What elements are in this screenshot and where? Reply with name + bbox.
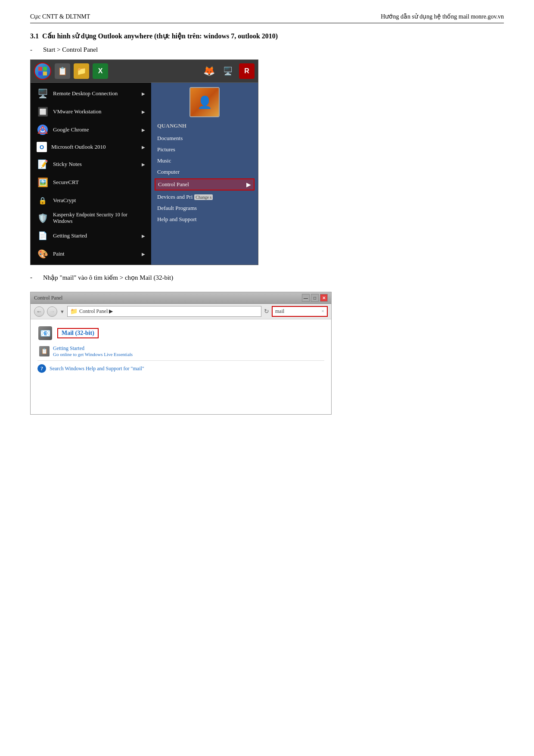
- right-item-devices[interactable]: Devices and Pri Change s: [157, 191, 252, 203]
- getting-started-texts: Getting Started Go online to get Windows…: [53, 345, 133, 357]
- rdc-arrow: ▶: [142, 91, 145, 96]
- taskbar-icon-firefox[interactable]: 🦊: [201, 63, 217, 79]
- cp-window: Control Panel — □ ✕ ← → ▼ 📁 Control Pane…: [30, 292, 332, 415]
- menu-item-rdc[interactable]: 🖥️ Remote Desktop Connection ▶: [31, 84, 151, 103]
- mail-label[interactable]: Mail (32-bit): [57, 328, 99, 338]
- getting-started-item[interactable]: 📋 Getting Started Go online to get Windo…: [37, 345, 324, 357]
- mail-icon-symbol: 📧: [40, 328, 51, 338]
- right-item-music[interactable]: Music: [157, 155, 252, 166]
- rdc-label: Remote Desktop Connection: [53, 90, 118, 97]
- right-item-computer[interactable]: Computer: [157, 166, 252, 178]
- taskbar-icon-files[interactable]: 📋: [55, 63, 70, 79]
- svg-rect-2: [38, 72, 42, 75]
- mail-icon: 📧: [38, 326, 52, 340]
- paint-icon: 🎨: [37, 248, 49, 260]
- menu-item-paint[interactable]: 🎨 Paint ▶: [31, 245, 151, 263]
- windows-logo-icon: [38, 66, 47, 76]
- maximize-button[interactable]: □: [311, 294, 319, 302]
- securecrt-icon: 🖼️: [37, 176, 49, 188]
- search-input-value: mail: [275, 308, 284, 315]
- forward-button[interactable]: →: [47, 306, 57, 317]
- outlook-arrow: ▶: [142, 145, 145, 150]
- control-panel-label: Control Panel: [158, 181, 189, 187]
- search-box[interactable]: mail ×: [272, 306, 328, 317]
- getting-started-title: Getting Started: [53, 345, 133, 352]
- back-button[interactable]: ←: [34, 306, 44, 317]
- dropdown-arrow[interactable]: ▼: [60, 309, 65, 314]
- right-item-help[interactable]: Help and Support: [157, 214, 252, 225]
- header-right: Hướng dẫn sử dụng hệ thống mail monre.go…: [381, 13, 504, 20]
- cp-titlebar: Control Panel — □ ✕: [31, 292, 331, 304]
- cp-titlebar-buttons: — □ ✕: [302, 294, 328, 302]
- minimize-button[interactable]: —: [302, 294, 310, 302]
- right-item-default-programs[interactable]: Default Programs: [157, 203, 252, 214]
- getting-started-label: Getting Started: [53, 232, 87, 239]
- refresh-button[interactable]: ↻: [264, 308, 269, 315]
- veracrypt-icon: 🔒: [37, 194, 49, 206]
- mail-item[interactable]: 📧 Mail (32-bit): [37, 325, 324, 341]
- search-help-item[interactable]: ? Search Windows Help and Support for "m…: [37, 364, 324, 373]
- rdc-icon: 🖥️: [37, 87, 49, 100]
- getting-started-icon: 📄: [37, 230, 49, 242]
- address-text: Control Panel ▶: [79, 308, 113, 315]
- menu-item-chrome[interactable]: Google Chrome ▶: [31, 121, 151, 139]
- taskbar-icon-excel[interactable]: X: [93, 63, 108, 79]
- vmware-arrow: ▶: [142, 109, 145, 114]
- user-avatar-area: 👤: [157, 87, 252, 117]
- search-clear-button[interactable]: ×: [321, 308, 324, 315]
- getting-started-cp-icon: 📋: [39, 346, 50, 356]
- avatar: 👤: [189, 87, 220, 117]
- getting-started-arrow: ▶: [142, 234, 145, 238]
- menu-item-kaspersky[interactable]: 🛡️ Kaspersky Endpoint Security 10 for Wi…: [31, 209, 151, 227]
- close-button[interactable]: ✕: [320, 294, 328, 302]
- menu-item-vmware[interactable]: 🔲 VMware Workstation ▶: [31, 103, 151, 121]
- kaspersky-icon: 🛡️: [37, 212, 49, 224]
- cp-window-title: Control Panel: [34, 295, 62, 301]
- step-2-dash: -: [30, 274, 43, 281]
- getting-started-subtitle: Go online to get Windows Live Essentials: [53, 352, 133, 357]
- control-panel-arrow: ▶: [246, 181, 251, 188]
- paint-arrow: ▶: [142, 252, 145, 256]
- menu-item-sticky[interactable]: 📝 Sticky Notes ▶: [31, 155, 151, 173]
- windows-start-button[interactable]: [34, 62, 51, 80]
- menu-item-outlook[interactable]: O Microsoft Outlook 2010 ▶: [31, 139, 151, 155]
- page: Cục CNTT & DLTNMT Hướng dẫn sử dụng hệ t…: [30, 0, 504, 445]
- chrome-label: Google Chrome: [53, 126, 89, 133]
- step-2-text: Nhập "mail" vào ô tìm kiếm > chọn Mail (…: [43, 274, 173, 281]
- avatar-image: 👤: [190, 88, 219, 116]
- chrome-arrow: ▶: [142, 128, 145, 132]
- svg-rect-3: [43, 72, 47, 75]
- taskbar-icon-remote[interactable]: 🖥️: [220, 63, 236, 79]
- paint-label: Paint: [53, 250, 65, 257]
- change-s-badge: Change s: [194, 194, 213, 200]
- section-title: 3.1 Cấu hình sử dụng Outlook anywhere (t…: [30, 32, 504, 40]
- outlook-label: Microsoft Outlook 2010: [51, 144, 106, 150]
- start-menu-top: 📋 📁 X 🦊 🖥️ R: [31, 60, 258, 83]
- right-item-control-panel[interactable]: Control Panel ▶: [155, 178, 255, 191]
- taskbar-icon-folder[interactable]: 📁: [74, 63, 89, 79]
- devices-label: Devices and Pri: [157, 194, 192, 200]
- menu-right: 👤 QUANGNH Documents Pictures Music Compu…: [151, 83, 258, 265]
- sticky-label: Sticky Notes: [53, 161, 82, 168]
- outlook-icon: O: [37, 142, 47, 152]
- start-menu: 📋 📁 X 🦊 🖥️ R 🖥️ Remote Desktop Connectio…: [30, 59, 258, 265]
- taskbar-icon-r[interactable]: R: [239, 63, 255, 79]
- menu-item-getting-started[interactable]: 📄 Getting Started ▶: [31, 227, 151, 245]
- step-2: - Nhập "mail" vào ô tìm kiếm > chọn Mail…: [30, 274, 504, 281]
- sticky-icon: 📝: [37, 158, 49, 170]
- step-1: - Start > Control Panel: [30, 46, 504, 53]
- securecrt-label: SecureCRT: [53, 179, 79, 186]
- veracrypt-label: VeraCrypt: [53, 197, 76, 204]
- start-menu-body: 🖥️ Remote Desktop Connection ▶ 🔲 VMware …: [31, 83, 258, 265]
- step-1-text: Start > Control Panel: [43, 46, 98, 53]
- address-icon: 📁: [70, 308, 78, 315]
- cp-divider: [37, 360, 324, 361]
- address-bar[interactable]: 📁 Control Panel ▶: [67, 306, 261, 317]
- menu-item-veracrypt[interactable]: 🔒 VeraCrypt: [31, 191, 151, 209]
- right-item-documents[interactable]: Documents: [157, 133, 252, 144]
- header-bar: Cục CNTT & DLTNMT Hướng dẫn sử dụng hệ t…: [30, 13, 504, 23]
- vmware-label: VMware Workstation: [53, 108, 101, 115]
- menu-item-securecrt[interactable]: 🖼️ SecureCRT: [31, 173, 151, 191]
- right-item-pictures[interactable]: Pictures: [157, 144, 252, 155]
- header-left: Cục CNTT & DLTNMT: [30, 13, 90, 20]
